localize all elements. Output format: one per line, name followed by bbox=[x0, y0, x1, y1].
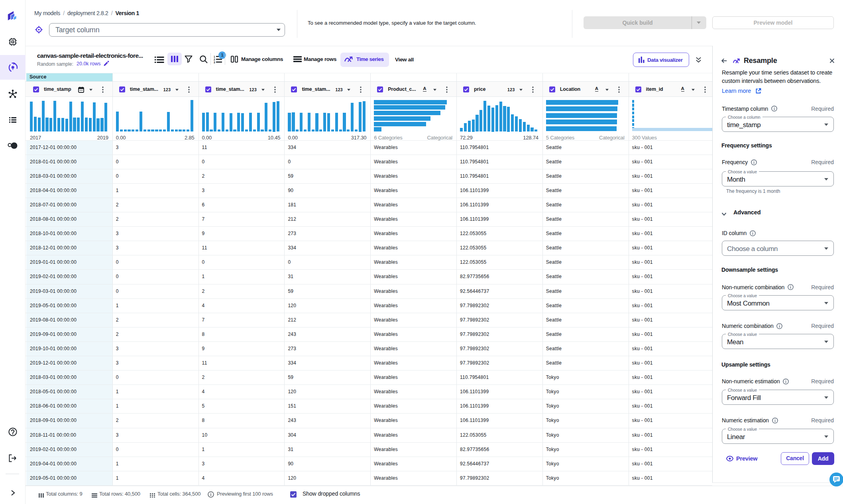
svg-text:3: 3 bbox=[214, 61, 215, 63]
svg-text:1: 1 bbox=[214, 55, 215, 58]
svg-text:2: 2 bbox=[214, 58, 215, 61]
